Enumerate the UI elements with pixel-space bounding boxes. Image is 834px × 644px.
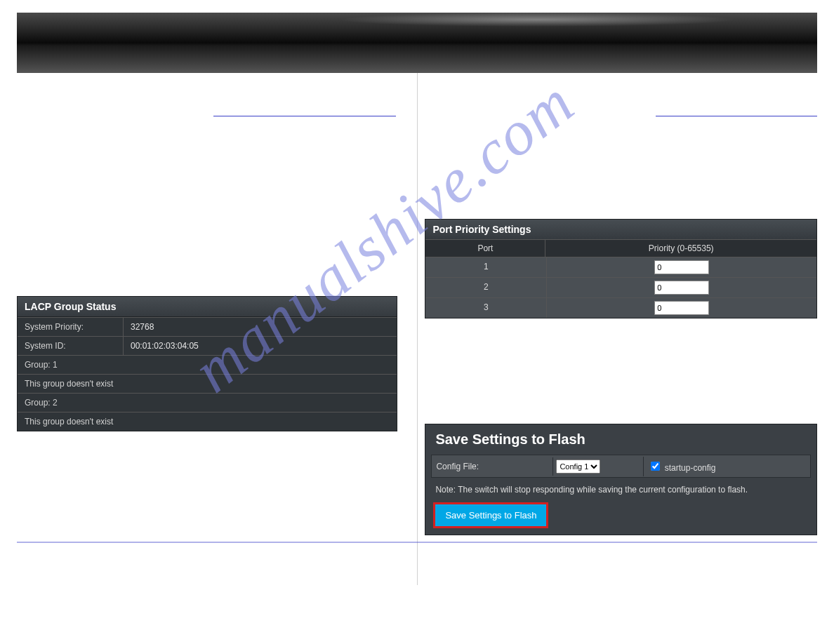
system-priority-value: 32768 (124, 318, 397, 336)
lacp-status-panel: LACP Group Status System Priority: 32768… (17, 296, 397, 431)
port-row-1-priority-input[interactable] (654, 260, 709, 274)
column-divider (417, 73, 418, 585)
system-priority-row: System Priority: 32768 (18, 317, 397, 336)
port-priority-title: Port Priority Settings (425, 220, 816, 239)
port-row-1-port: 1 (425, 257, 547, 277)
config-file-label: Config File: (432, 457, 553, 476)
save-settings-button[interactable]: Save Settings to Flash (435, 504, 546, 526)
port-row-3: 3 (425, 297, 816, 318)
group1-label: Group: 1 (18, 355, 397, 374)
left-heading-link[interactable] (213, 116, 396, 116)
lacp-status-title: LACP Group Status (18, 297, 397, 317)
port-row-2-port: 2 (425, 277, 547, 297)
save-settings-panel: Save Settings to Flash Config File: Conf… (425, 424, 817, 535)
port-priority-panel: Port Priority Settings Port Priority (0-… (425, 219, 817, 318)
save-note: Note: The switch will stop responding wh… (435, 485, 807, 495)
port-row-3-port: 3 (425, 297, 547, 318)
top-banner (17, 13, 817, 73)
group2-label: Group: 2 (18, 393, 397, 412)
config-file-row: Config File: Config 1 startup-config (431, 455, 811, 478)
group1-status: This group doesn't exist (18, 374, 397, 393)
port-priority-header-row: Port Priority (0-65535) (425, 239, 816, 257)
system-id-row: System ID: 00:01:02:03:04:05 (18, 336, 397, 355)
col-header-priority: Priority (0-65535) (545, 239, 816, 257)
system-id-value: 00:01:02:03:04:05 (124, 337, 397, 355)
port-row-3-priority-input[interactable] (654, 301, 709, 315)
startup-config-label: startup-config (665, 463, 716, 473)
startup-config-checkbox[interactable] (651, 462, 660, 471)
group2-status: This group doesn't exist (18, 412, 397, 431)
col-header-port: Port (425, 239, 545, 257)
footer-separator (17, 542, 817, 543)
port-row-2-priority-input[interactable] (654, 281, 709, 295)
system-id-label: System ID: (18, 337, 124, 355)
right-heading-link[interactable] (656, 116, 817, 116)
system-priority-label: System Priority: (18, 318, 124, 336)
port-row-2: 2 (425, 277, 816, 297)
save-settings-title: Save Settings to Flash (425, 424, 816, 455)
config-file-select[interactable]: Config 1 (556, 459, 600, 474)
port-row-1: 1 (425, 257, 816, 277)
